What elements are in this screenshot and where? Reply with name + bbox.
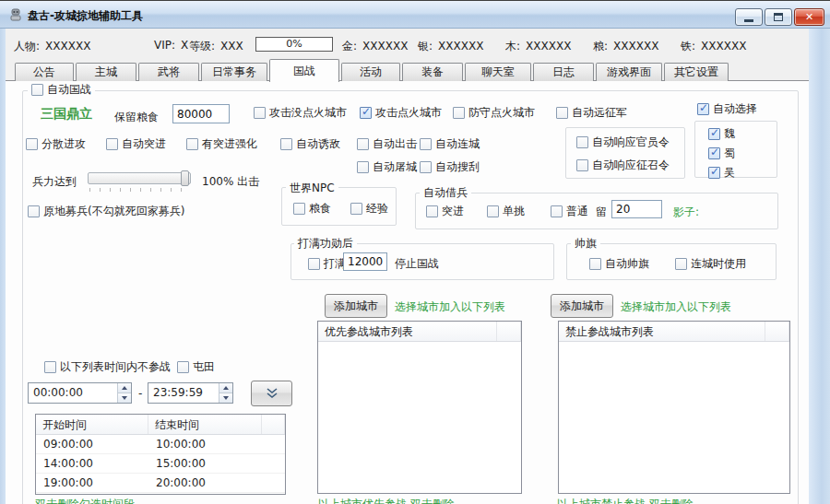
table-row[interactable]: 14:00:00 15:00:00 [36,454,285,474]
faction-shu-checkbox[interactable]: 蜀 [708,146,735,161]
borrow-normal-checkbox[interactable]: 普通 [551,204,588,219]
spin-up-button[interactable] [219,383,232,393]
schedule-table[interactable]: 开始时间 结束时间 09:00:00 10:00:00 14:00:00 15:… [35,414,286,495]
no-join-in-time-checkbox[interactable]: 以下列表时间内不参战 [44,359,171,375]
list-extra-column[interactable] [765,322,789,341]
maximize-button[interactable] [765,8,792,26]
minimize-button[interactable] [735,8,763,26]
auto-slaughter-checkbox[interactable]: 自动屠城 [357,159,417,175]
checkbox-box [254,107,266,119]
spin-down-button[interactable] [118,393,131,403]
respond-officer-checkbox[interactable]: 自动响应官员令 [576,135,670,150]
checkbox-box [308,258,320,270]
slider-ticks [89,188,191,192]
table-row[interactable]: 09:00:00 10:00:00 [36,435,285,454]
attack-lit-city-checkbox[interactable]: 攻击点火城市 [360,105,442,121]
checkbox-box [576,136,588,148]
checkbox-box [357,161,369,173]
checkbox-box [106,138,118,150]
merit-group-title: 打满功勋后 [294,236,357,252]
tab-equipment[interactable]: 装备 [402,63,463,81]
merit-input[interactable] [343,252,387,271]
table-row[interactable]: 19:00:00 20:00:00 [36,474,285,493]
local-recruit-checkbox[interactable]: 原地募兵(不勾就死回家募兵) [28,204,184,219]
add-priority-city-button[interactable]: 添加城市 [325,294,387,318]
status-silver: 银:XXXXXX [418,39,483,54]
checkbox-box [487,205,499,217]
troops-slider[interactable] [88,172,191,184]
auto-war-label: 自动国战 [47,82,91,98]
flag-on-chain-checkbox[interactable]: 连城时使用 [675,256,746,272]
scatter-attack-checkbox[interactable]: 分散进攻 [26,136,86,152]
status-iron: 铁:XXXXXX [681,39,746,54]
ban-city-list[interactable]: 禁止参战城市列表 [558,321,790,494]
checkbox-box [708,128,720,140]
list-extra-column[interactable] [262,415,285,434]
troops-label: 兵力达到 [32,174,77,190]
status-wood: 木:XXXXXX [505,39,571,54]
auto-lure-checkbox[interactable]: 自动诱敌 [280,136,340,152]
respond-summon-checkbox[interactable]: 自动响应征召令 [576,158,670,173]
auto-expedition-checkbox[interactable]: 自动远征军 [556,105,627,121]
priority-list-body[interactable] [318,342,521,493]
window-frame-right [809,29,830,504]
merit-suffix-label: 停止国战 [395,256,439,272]
tab-activities[interactable]: 活动 [341,63,400,81]
list-extra-column[interactable] [497,322,521,341]
time-to-field[interactable]: 23:59:59 [148,382,233,404]
auto-flag-checkbox[interactable]: 自动帅旗 [589,256,649,272]
add-ban-city-button[interactable]: 添加城市 [551,294,613,318]
attack-unlit-city-checkbox[interactable]: 攻击没点火城市 [254,105,347,121]
ban-list-body[interactable] [559,342,789,493]
ban-list-header[interactable]: 禁止参战城市列表 [559,322,789,342]
auto-war-checkbox[interactable]: 自动国战 [28,82,95,98]
time-to-spinner [219,383,232,403]
time-from-field[interactable]: 00:00:00 [28,382,132,404]
priority-city-list[interactable]: 优先参战城市列表 [317,321,522,494]
auto-attack-checkbox[interactable]: 自动出击 [357,136,417,152]
npc-group-title: 世界NPC [286,181,338,196]
tab-main-city[interactable]: 主城 [76,63,136,81]
defend-lit-city-checkbox[interactable]: 防守点火城市 [453,105,535,121]
borrow-duel-checkbox[interactable]: 单挑 [487,204,525,219]
checkbox-box [453,107,465,119]
status-level: 等级:XXX [189,39,243,54]
faction-wu-checkbox[interactable]: 吴 [708,165,735,181]
checkbox-box [26,138,38,150]
auto-rush-checkbox[interactable]: 自动突进 [106,136,166,152]
borrow-rush-checkbox[interactable]: 突进 [426,204,464,219]
checkbox-box [357,138,369,150]
tab-generals[interactable]: 武将 [138,63,199,81]
schedule-header[interactable]: 开始时间 结束时间 [36,415,285,435]
faction-wei-checkbox[interactable]: 魏 [708,126,735,142]
npc-grain-checkbox[interactable]: 粮食 [293,201,331,217]
tab-game-ui[interactable]: 游戏界面 [596,63,662,81]
tab-announcement[interactable]: 公告 [15,63,74,81]
rush-enhanced-checkbox[interactable]: 有突进强化 [186,136,257,152]
close-button[interactable] [794,8,824,26]
tab-chatroom[interactable]: 聊天室 [465,63,531,81]
tuntian-checkbox[interactable]: 屯田 [177,359,215,375]
spin-up-button[interactable] [118,383,131,393]
priority-footer-hint: 以上城市优先参战,双击删除 [318,497,455,504]
app-icon [8,7,23,25]
tab-log[interactable]: 日志 [533,63,594,81]
add-time-button[interactable] [251,381,292,406]
priority-list-header[interactable]: 优先参战城市列表 [318,322,521,342]
auto-loot-checkbox[interactable]: 自动搜刮 [420,159,480,175]
slider-handle[interactable] [181,170,189,186]
tab-other-settings[interactable]: 其它设置 [664,63,729,81]
auto-select-checkbox[interactable]: 自动选择 [697,101,757,117]
tab-national-war[interactable]: 国战 [269,59,339,82]
keep-grain-input[interactable] [172,104,230,123]
npc-exp-checkbox[interactable]: 经验 [350,201,388,217]
checkbox-box [280,138,292,150]
merit-full-checkbox[interactable]: 打满 [308,256,346,272]
time-from-spinner [117,383,131,403]
borrow-keep-input[interactable] [611,200,662,218]
tab-daily-tasks[interactable]: 日常事务 [201,63,267,81]
spin-down-button[interactable] [219,393,232,403]
checkbox-box [186,138,198,150]
ban-hint-label: 选择城市加入以下列表 [621,299,731,315]
auto-chain-checkbox[interactable]: 自动连城 [420,136,480,152]
